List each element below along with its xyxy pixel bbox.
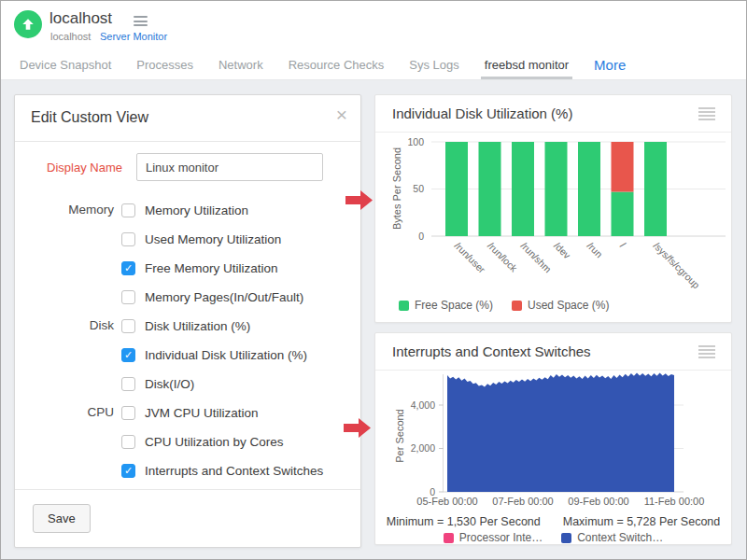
checkbox-unchecked-icon[interactable]: [121, 232, 135, 246]
display-name-label: Display Name: [15, 161, 122, 175]
disk-chart-legend: Free Space (%)Used Space (%): [399, 299, 731, 312]
svg-text:/sys/fs/cgroup: /sys/fs/cgroup: [652, 240, 702, 290]
red-arrow-icon: [344, 417, 372, 439]
checkbox-row-free-memory-utilization[interactable]: ✓Free Memory Utilization: [121, 254, 303, 283]
checkbox-unchecked-icon[interactable]: [121, 406, 135, 420]
legend-swatch: [399, 301, 409, 311]
checkbox-checked-icon[interactable]: ✓: [121, 261, 135, 275]
checkbox-unchecked-icon[interactable]: [121, 319, 135, 333]
monitor-status-icon: [14, 10, 42, 38]
checkbox-row-used-memory-utilization[interactable]: Used Memory Utilization: [121, 225, 303, 254]
svg-text:4,000: 4,000: [411, 399, 435, 411]
interrupts-chart-legend: Processor Inte…Context Switch…: [375, 531, 731, 544]
svg-text:/run: /run: [585, 240, 605, 259]
legend-item[interactable]: Context Switch…: [561, 531, 663, 544]
modal-footer: Save: [15, 489, 360, 547]
title-menu-icon[interactable]: [134, 16, 148, 29]
checkbox-label: Disk Utilization (%): [145, 319, 250, 333]
checkbox-unchecked-icon[interactable]: [121, 377, 135, 391]
checkbox-row-interrupts-and-context-switches[interactable]: ✓Interrupts and Context Switches: [121, 456, 323, 485]
checkbox-row-cpu-utilization-by-cores[interactable]: CPU Utilization by Cores: [121, 427, 323, 456]
tab-device-snapshot[interactable]: Device Snapshot: [16, 52, 115, 79]
content-area: Edit Custom View × Display Name MemoryMe…: [1, 80, 746, 560]
modal-header: Edit Custom View ×: [15, 95, 360, 142]
checkbox-label: Used Memory Utilization: [145, 232, 281, 246]
card-header: Individual Disk Utilization (%): [375, 95, 731, 133]
svg-text:/run/shm: /run/shm: [519, 240, 555, 275]
checkbox-row-disk-utilization-[interactable]: Disk Utilization (%): [121, 312, 307, 341]
checkbox-label: Interrupts and Context Switches: [145, 464, 323, 478]
svg-text:05-Feb 00:00: 05-Feb 00:00: [416, 496, 477, 507]
checkbox-row-memory-pages-in-out-fault-[interactable]: Memory Pages(In/Out/Fault): [121, 283, 303, 312]
svg-text:/run/user: /run/user: [453, 240, 488, 275]
svg-text:/: /: [618, 240, 628, 250]
checkbox-row-disk-i-o-[interactable]: Disk(I/O): [121, 370, 307, 399]
checkbox-row-memory-utilization[interactable]: Memory Utilization: [121, 196, 303, 225]
save-button[interactable]: Save: [33, 504, 91, 533]
disk-chart-title: Individual Disk Utilization (%): [392, 105, 572, 121]
maximum-value: Maximum = 5,728 Per Second: [563, 515, 721, 528]
tab-processes[interactable]: Processes: [133, 52, 197, 79]
svg-text:07-Feb 00:00: 07-Feb 00:00: [492, 496, 553, 507]
modal-title: Edit Custom View: [31, 109, 148, 126]
display-name-input[interactable]: [136, 153, 323, 181]
up-arrow-icon: [21, 17, 35, 32]
checkbox-label: Memory Pages(In/Out/Fault): [145, 290, 303, 304]
checkbox-label: CPU Utilization by Cores: [145, 435, 284, 449]
svg-text:/dev: /dev: [552, 240, 573, 261]
svg-text:Bytes Per Second: Bytes Per Second: [391, 147, 402, 230]
checkbox-row-individual-disk-utilization-[interactable]: ✓Individual Disk Utilization (%): [121, 341, 307, 370]
chart-menu-icon[interactable]: [698, 345, 715, 360]
tab-bar: Device SnapshotProcessesNetworkResource …: [1, 52, 746, 80]
checkbox-label: JVM CPU Utilization: [145, 406, 259, 420]
svg-text:50: 50: [413, 183, 424, 194]
display-name-row: Display Name: [15, 153, 360, 181]
legend-item[interactable]: Processor Inte…: [444, 531, 543, 544]
tab-network[interactable]: Network: [215, 52, 267, 79]
tab-resource-checks[interactable]: Resource Checks: [285, 52, 388, 79]
checkbox-label: Memory Utilization: [145, 203, 248, 217]
checkbox-unchecked-icon[interactable]: [121, 290, 135, 304]
interrupts-card: Interrupts and Context Switches 02,0004,…: [374, 332, 732, 545]
disk-utilization-card: Individual Disk Utilization (%) 050100/r…: [374, 94, 732, 323]
close-icon[interactable]: ×: [336, 105, 347, 124]
tab-freebsd-monitor[interactable]: freebsd monitor: [481, 52, 572, 79]
checkbox-label: Free Memory Utilization: [145, 261, 278, 275]
legend-label: Used Space (%): [528, 299, 609, 312]
svg-text:11-Feb 00:00: 11-Feb 00:00: [644, 496, 705, 507]
checkbox-groups: MemoryMemory UtilizationUsed Memory Util…: [15, 196, 360, 485]
chart-menu-icon[interactable]: [698, 107, 715, 122]
header: localhost localhost Server Monitor: [1, 1, 746, 52]
server-monitor-screen: localhost localhost Server Monitor Devic…: [0, 0, 747, 560]
interrupts-chart-title: Interrupts and Context Switches: [392, 343, 591, 359]
legend-label: Free Space (%): [415, 299, 493, 312]
disk-utilization-chart: 050100/run/user/run/lock/run/shm/dev/run…: [375, 133, 733, 293]
group-label-disk: Disk: [15, 312, 114, 399]
svg-text:100: 100: [407, 136, 424, 147]
legend-item[interactable]: Free Space (%): [399, 299, 493, 312]
checkbox-row-jvm-cpu-utilization[interactable]: JVM CPU Utilization: [121, 399, 323, 427]
checkbox-label: Individual Disk Utilization (%): [145, 348, 307, 362]
svg-text:09-Feb 00:00: 09-Feb 00:00: [568, 496, 628, 507]
legend-item[interactable]: Used Space (%): [512, 299, 609, 312]
svg-text:0: 0: [418, 231, 424, 242]
svg-text:2,000: 2,000: [411, 442, 435, 454]
svg-text:/run/lock: /run/lock: [486, 240, 520, 274]
checkbox-checked-icon[interactable]: ✓: [121, 464, 135, 478]
checkbox-unchecked-icon[interactable]: [121, 203, 135, 217]
minimum-value: Minimum = 1,530 Per Second: [387, 515, 541, 528]
checkbox-label: Disk(I/O): [145, 377, 194, 391]
legend-swatch: [444, 533, 454, 543]
edit-custom-view-modal: Edit Custom View × Display Name MemoryMe…: [14, 94, 361, 548]
red-arrow-icon: [345, 189, 374, 211]
checkbox-checked-icon[interactable]: ✓: [121, 348, 135, 362]
breadcrumb-server-monitor-link[interactable]: Server Monitor: [100, 31, 167, 42]
tab-sys-logs[interactable]: Sys Logs: [405, 52, 462, 79]
checkbox-unchecked-icon[interactable]: [121, 435, 135, 449]
min-max-row: Minimum = 1,530 Per Second Maximum = 5,7…: [375, 515, 731, 528]
tab-more[interactable]: More: [590, 52, 629, 79]
breadcrumb-host: localhost: [50, 31, 91, 42]
legend-swatch: [561, 533, 571, 543]
group-label-cpu: CPU: [15, 399, 114, 485]
interrupts-chart: 02,0004,00005-Feb 00:0007-Feb 00:0009-Fe…: [375, 371, 733, 511]
